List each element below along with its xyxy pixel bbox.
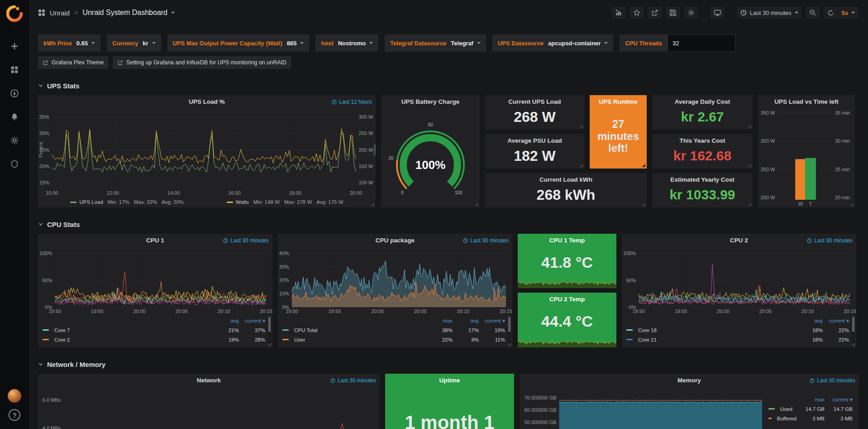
panel-title[interactable]: CPU 2 Temp <box>518 296 616 303</box>
variable-label: UPS Max Output Power Capacity (Watt) <box>173 40 282 47</box>
svg-text:20:15: 20:15 <box>844 308 856 314</box>
create-plus-icon[interactable] <box>5 37 24 55</box>
svg-text:300 W: 300 W <box>761 138 775 144</box>
legend-row-core-18[interactable]: Core 1818%22% <box>626 325 849 335</box>
legend-row-used[interactable]: Used14.7 GB14.7 GB <box>768 404 853 414</box>
dashboard-main: Unraid > Unraid System Dashboard <box>29 0 868 429</box>
legend-sort-current[interactable]: current ▾ <box>479 318 505 324</box>
legend-sort-current[interactable]: current ▾ <box>823 318 849 324</box>
star-dashboard-button[interactable] <box>629 6 644 19</box>
panel-title[interactable]: Current Load kWh <box>485 176 647 183</box>
dashboard-link-grafana-plex-theme[interactable]: Grafana Plex Theme <box>38 56 108 69</box>
save-dashboard-button[interactable] <box>665 6 681 19</box>
legend-sort-max[interactable]: max <box>796 397 825 402</box>
panel-estimated-yearly-cost: Estimated Yearly Cost kr 1033.99 <box>652 173 753 207</box>
svg-text:20:10: 20:10 <box>457 308 470 314</box>
dashboards-icon[interactable] <box>5 61 24 79</box>
panel-title[interactable]: Uptime <box>385 377 514 384</box>
share-dashboard-button[interactable] <box>647 6 663 19</box>
legend-row-core-21[interactable]: Core 2118%22% <box>626 335 849 344</box>
legend-sort-avg[interactable]: avg <box>213 318 239 323</box>
explore-compass-icon[interactable] <box>5 84 24 102</box>
dashboard-title-dropdown[interactable]: Unraid System Dashboard <box>82 9 175 17</box>
panel-title[interactable]: CPU 1 Temp <box>518 237 616 244</box>
stat-value: kr 2.67 <box>681 109 724 125</box>
add-panel-button[interactable] <box>611 6 626 19</box>
panel-title[interactable]: UPS Battery Charge <box>381 98 480 105</box>
panel-title[interactable]: UPS Load vs Time left <box>758 98 855 105</box>
legend-table: avgcurrent ▾Core 721%37%Core 219%28% <box>38 315 272 347</box>
svg-text:250 W: 250 W <box>359 130 373 136</box>
variable-value-dropdown[interactable]: kr <box>143 40 155 47</box>
svg-text:20:10: 20:10 <box>801 308 814 314</box>
cpu-package-graph[interactable]: 40%30%20%10%0%19:5019:5520:0020:0520:102… <box>278 246 512 315</box>
svg-text:200 W: 200 W <box>761 195 775 200</box>
panel-title[interactable]: UPS Load % <box>38 98 376 105</box>
legend-sort-current[interactable]: current ▾ <box>239 318 265 324</box>
legend-item-watts[interactable]: WattsMin: 148 WMax: 278 WAvg: 175 W <box>227 199 343 205</box>
panel-title[interactable]: This Years Cost <box>652 137 753 144</box>
legend-row-core-2[interactable]: Core 219%28% <box>43 335 265 344</box>
grafana-logo[interactable] <box>6 5 23 22</box>
legend-row-core-7[interactable]: Core 721%37% <box>43 325 265 335</box>
legend-sort-avg[interactable]: avg <box>453 318 479 323</box>
legend-scrollbar[interactable] <box>508 317 510 345</box>
battery-gauge[interactable]: 02050100100% <box>381 107 480 207</box>
graph-legend: UPS LoadMin: 17%Max: 32%Avg: 20%WattsMin… <box>38 197 376 207</box>
refresh-button[interactable] <box>823 6 838 19</box>
settings-gear-icon[interactable] <box>5 131 24 149</box>
legend-sort-max[interactable]: max <box>426 318 453 323</box>
cpu2-graph[interactable]: 100%50%0%19:5019:5520:0020:0520:1020:15 <box>622 246 856 315</box>
variable-label: host <box>321 40 333 47</box>
legend-sort-avg[interactable]: avg <box>796 318 823 323</box>
legend-row-user[interactable]: User22%9%11% <box>282 335 505 344</box>
ups-vs-time-bars[interactable]: 350 W300 W250 W200 W35 min30 min25 min20… <box>758 107 855 207</box>
svg-text:50%: 50% <box>626 278 636 283</box>
panel-title[interactable]: Current UPS Load <box>485 98 584 105</box>
refresh-interval-dropdown[interactable]: 5s <box>838 6 859 19</box>
variable-value-dropdown[interactable]: 0.65 <box>76 40 95 47</box>
apps-grid-icon[interactable] <box>38 9 45 16</box>
cpu1-graph[interactable]: 100%50%0%19:5019:5520:0020:0520:1020:15 <box>38 246 272 315</box>
legend-row-buffered[interactable]: Buffered3 MB3 MB <box>768 414 853 423</box>
variable-value-dropdown[interactable]: Nostromo <box>338 40 373 47</box>
variable-value-dropdown[interactable]: Telegraf <box>451 40 481 47</box>
admin-shield-icon[interactable] <box>5 155 24 173</box>
series-color-dash <box>626 339 633 340</box>
svg-text:4.0 MBs: 4.0 MBs <box>43 425 61 429</box>
user-avatar[interactable] <box>8 389 21 403</box>
time-picker-button[interactable]: Last 30 minutes <box>736 6 802 19</box>
variable-input-cpu-threads[interactable] <box>668 34 735 52</box>
panel-title[interactable]: UPS Runtime <box>590 98 647 105</box>
dashboard-settings-button[interactable] <box>683 6 699 19</box>
caret-down-icon <box>851 12 855 14</box>
row-header-ups-stats[interactable]: UPS Stats <box>38 80 859 92</box>
panel-title[interactable]: Average Daily Cost <box>652 98 753 105</box>
svg-text:14:00: 14:00 <box>167 190 180 196</box>
breadcrumb-folder[interactable]: Unraid <box>50 9 70 17</box>
alerts-bell-icon[interactable] <box>5 108 24 126</box>
stat-value: 268 kWh <box>537 187 596 203</box>
help-icon[interactable]: ? <box>9 409 20 421</box>
panel-title[interactable]: Memory <box>520 377 859 384</box>
panel-current-load-kwh: Current Load kWh 268 kWh <box>485 173 647 207</box>
zoom-out-button[interactable] <box>805 6 820 19</box>
row-header-cpu-stats[interactable]: CPU Stats <box>38 218 859 230</box>
legend-row-cpu-total[interactable]: CPU Total38%17%19% <box>282 325 505 335</box>
panel-title[interactable]: Estimated Yearly Cost <box>652 176 753 183</box>
legend-scrollbar[interactable] <box>268 317 271 345</box>
row-header-network-memory[interactable]: Network / Memory <box>38 358 859 370</box>
panel-title[interactable]: Average PSU Load <box>485 137 584 144</box>
legend-item-ups-load[interactable]: UPS LoadMin: 17%Max: 32%Avg: 20% <box>70 199 184 205</box>
legend-scrollbar[interactable] <box>852 317 854 345</box>
memory-graph[interactable]: 70.000000 GB60.000000 GB50.000000 GB <box>520 386 768 429</box>
ups-load-graph[interactable]: 35%30%25%20%15%300 W250 W200 W150 W100 W… <box>38 107 376 197</box>
sidebar: ? <box>0 0 29 429</box>
panel-title[interactable]: Network <box>38 377 380 384</box>
network-graph[interactable]: 6.0 MBs4.0 MBs2.0 MBs <box>38 386 380 429</box>
dashboard-link-setting-up-grafana-and-influxdb-for-ups-monitoring-on-unraid[interactable]: Setting up Grafana and InfluxDB for UPS … <box>113 56 291 69</box>
tv-mode-button[interactable] <box>710 6 725 19</box>
variable-value-dropdown[interactable]: 865 <box>287 40 304 47</box>
variable-value-dropdown[interactable]: apcupsd-container <box>548 40 608 47</box>
legend-sort-current[interactable]: current ▾ <box>825 396 853 403</box>
